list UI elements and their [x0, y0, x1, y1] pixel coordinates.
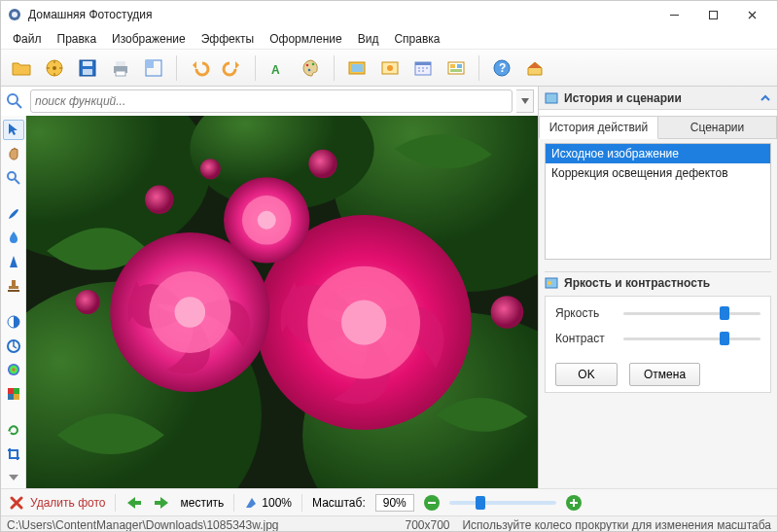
menu-image[interactable]: Изображение — [104, 30, 194, 48]
save-button[interactable] — [73, 53, 102, 83]
svg-point-5 — [53, 66, 56, 70]
home-button[interactable] — [520, 53, 549, 83]
maximize-button[interactable] — [693, 1, 732, 28]
drop-tool[interactable] — [3, 228, 24, 248]
bc-title: Яркость и контрастность — [564, 276, 710, 290]
status-help: Используйте колесо прокрутки для изменен… — [462, 518, 771, 532]
open-button[interactable] — [7, 53, 36, 83]
scale-button[interactable] — [139, 53, 168, 83]
bc-title-row: Яркость и контрастность — [545, 271, 771, 296]
close-button[interactable] — [732, 1, 771, 28]
svg-point-20 — [387, 65, 393, 71]
main-toolbar: A ? — [1, 50, 777, 87]
hand-tool[interactable] — [3, 144, 24, 164]
svg-point-1 — [12, 12, 18, 18]
svg-point-52 — [491, 296, 524, 329]
delete-photo-button[interactable]: Удалить фото — [9, 495, 105, 511]
svg-rect-10 — [116, 61, 125, 66]
image-canvas[interactable] — [26, 116, 538, 488]
more-icon[interactable] — [3, 468, 24, 488]
search-field[interactable] — [30, 89, 513, 113]
hundred-icon[interactable]: 100% — [244, 496, 292, 510]
menu-help[interactable]: Справка — [386, 30, 447, 48]
help-button[interactable]: ? — [487, 53, 516, 83]
text-button[interactable]: A — [264, 53, 293, 83]
history-panel-header: История и сценарии — [539, 87, 777, 110]
svg-rect-33 — [9, 286, 18, 289]
sharpen-tool[interactable] — [3, 252, 24, 272]
svg-rect-38 — [8, 388, 14, 394]
svg-rect-22 — [415, 62, 431, 65]
brightness-slider[interactable] — [623, 306, 760, 320]
prev-image-button[interactable] — [125, 496, 143, 510]
undo-button[interactable] — [185, 53, 214, 83]
menu-view[interactable]: Вид — [350, 30, 387, 48]
pointer-tool[interactable] — [3, 120, 24, 140]
toolbar-sep-2 — [255, 55, 256, 81]
catalog-button[interactable] — [342, 53, 371, 83]
menu-file[interactable]: Файл — [5, 30, 50, 48]
main-area: История действий Сценарии Исходное изобр… — [1, 116, 777, 488]
scale-value[interactable]: 90% — [375, 494, 414, 512]
crop-tool[interactable] — [3, 443, 24, 464]
recent-button[interactable] — [40, 53, 69, 83]
history-item[interactable]: Исходное изображение — [546, 144, 770, 163]
svg-rect-18 — [351, 64, 363, 72]
collage-button[interactable] — [442, 53, 471, 83]
svg-rect-34 — [8, 290, 19, 292]
window-title: Домашняя Фотостудия — [28, 8, 654, 21]
svg-point-37 — [8, 364, 19, 375]
palette-button[interactable] — [297, 53, 326, 83]
history-title: История и сценарии — [564, 91, 682, 105]
color-tool[interactable] — [3, 384, 24, 405]
svg-rect-40 — [8, 394, 14, 400]
cancel-button[interactable]: Отмена — [629, 363, 700, 386]
ok-button[interactable]: OK — [555, 363, 618, 386]
svg-rect-2 — [670, 15, 679, 16]
menu-effects[interactable]: Эффекты — [194, 30, 263, 48]
redo-button[interactable] — [218, 53, 247, 83]
svg-rect-32 — [12, 280, 16, 286]
shift-label: местить — [180, 496, 224, 510]
print-button[interactable] — [106, 53, 135, 83]
tab-history[interactable]: История действий — [539, 116, 658, 139]
rotate-tool[interactable] — [3, 419, 24, 440]
svg-rect-7 — [83, 61, 92, 66]
svg-point-15 — [308, 68, 311, 71]
history-item[interactable]: Коррекция освещения дефектов — [546, 163, 770, 183]
zoom-slider[interactable] — [449, 501, 556, 505]
frame-button[interactable] — [375, 53, 405, 83]
next-image-button[interactable] — [153, 496, 170, 510]
svg-rect-39 — [14, 388, 19, 394]
svg-point-48 — [308, 150, 336, 178]
search-input[interactable] — [31, 94, 512, 108]
svg-rect-8 — [83, 69, 92, 75]
zoom-tool[interactable] — [3, 168, 24, 189]
stamp-tool[interactable] — [3, 276, 24, 297]
tab-scenarios[interactable]: Сценарии — [658, 116, 777, 138]
search-row — [1, 87, 538, 116]
collapse-icon[interactable] — [760, 92, 771, 104]
svg-point-31 — [8, 172, 16, 180]
toolbar-sep-4 — [478, 55, 479, 81]
brush-tool[interactable] — [3, 203, 24, 224]
menu-edit[interactable]: Правка — [50, 30, 105, 48]
history-list[interactable]: Исходное изображение Коррекция освещения… — [545, 143, 771, 260]
svg-point-50 — [200, 159, 221, 179]
levels-tool[interactable] — [3, 336, 24, 356]
search-dropdown[interactable] — [516, 89, 534, 113]
minimize-button[interactable] — [654, 1, 693, 28]
hue-tool[interactable] — [3, 360, 24, 380]
calendar-button[interactable] — [408, 53, 438, 83]
svg-point-61 — [258, 211, 276, 230]
svg-rect-3 — [709, 11, 717, 18]
title-bar: Домашняя Фотостудия — [1, 1, 777, 28]
contrast-tool[interactable] — [3, 311, 24, 332]
menu-decor[interactable]: Оформление — [262, 30, 349, 48]
svg-point-58 — [175, 297, 206, 328]
right-panel: История действий Сценарии Исходное изобр… — [538, 116, 777, 488]
tool-palette — [1, 116, 26, 488]
zoom-in-button[interactable] — [566, 495, 582, 511]
zoom-out-button[interactable] — [424, 495, 440, 511]
contrast-slider[interactable] — [623, 332, 760, 345]
